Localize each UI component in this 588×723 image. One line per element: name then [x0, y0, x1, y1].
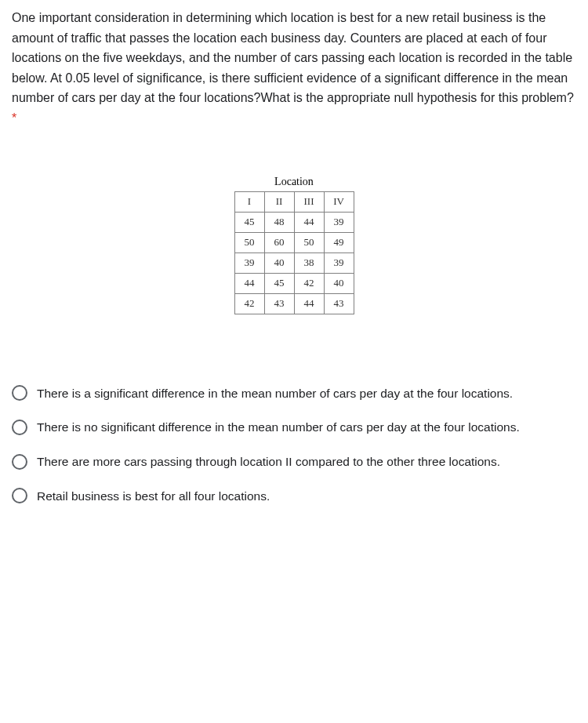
table-cell: 48 — [264, 212, 294, 232]
table-cell: 38 — [294, 253, 324, 273]
table-cell: 49 — [324, 232, 354, 253]
location-data-table: I II III IV 45 48 44 39 50 60 50 49 39 4… — [234, 191, 354, 314]
option-label: There are more cars passing through loca… — [37, 453, 576, 470]
table-cell: 39 — [234, 253, 264, 273]
table-cell: 43 — [264, 293, 294, 314]
table-title: Location — [274, 176, 314, 188]
radio-option-3[interactable]: There are more cars passing through loca… — [12, 453, 576, 470]
table-cell: 60 — [264, 232, 294, 253]
option-label: There is a significant difference in the… — [37, 385, 576, 402]
table-cell: 44 — [234, 273, 264, 293]
table-row: 45 48 44 39 — [234, 212, 354, 232]
radio-icon — [12, 385, 27, 401]
table-header-cell: I — [234, 191, 264, 212]
table-row: 50 60 50 49 — [234, 232, 354, 253]
table-cell: 45 — [264, 273, 294, 293]
table-cell: 39 — [324, 253, 354, 273]
table-row: 42 43 44 43 — [234, 293, 354, 314]
table-cell: 50 — [294, 232, 324, 253]
option-label: Retail business is best for all four loc… — [37, 488, 576, 505]
question-body: One important consideration in determini… — [12, 11, 574, 104]
option-label: There is no significant difference in th… — [37, 419, 576, 436]
table-cell: 44 — [294, 212, 324, 232]
table-cell: 42 — [294, 273, 324, 293]
table-cell: 50 — [234, 232, 264, 253]
table-cell: 45 — [234, 212, 264, 232]
table-cell: 44 — [294, 293, 324, 314]
options-list: There is a significant difference in the… — [12, 385, 576, 505]
table-cell: 39 — [324, 212, 354, 232]
radio-option-4[interactable]: Retail business is best for all four loc… — [12, 488, 576, 505]
radio-option-1[interactable]: There is a significant difference in the… — [12, 385, 576, 402]
table-cell: 42 — [234, 293, 264, 314]
table-header-row: I II III IV — [234, 191, 354, 212]
table-cell: 40 — [264, 253, 294, 273]
table-row: 39 40 38 39 — [234, 253, 354, 273]
required-marker: * — [12, 111, 16, 125]
table-header-cell: IV — [324, 191, 354, 212]
radio-icon — [12, 454, 27, 470]
table-header-cell: II — [264, 191, 294, 212]
radio-icon — [12, 420, 27, 435]
table-cell: 43 — [324, 293, 354, 314]
radio-icon — [12, 488, 27, 503]
table-cell: 40 — [324, 273, 354, 293]
question-text: One important consideration in determini… — [12, 8, 576, 129]
radio-option-2[interactable]: There is no significant difference in th… — [12, 419, 576, 436]
table-header-cell: III — [294, 191, 324, 212]
table-container: Location I II III IV 45 48 44 39 50 60 5… — [12, 176, 576, 314]
table-row: 44 45 42 40 — [234, 273, 354, 293]
